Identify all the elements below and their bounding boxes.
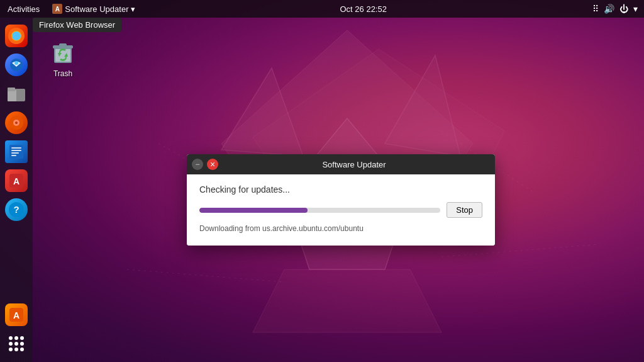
dialog-minimize-button[interactable]: − [192,159,203,170]
progress-bar-fill [199,208,308,213]
stop-button[interactable]: Stop [447,202,482,218]
dialog-controls: − × [192,159,218,170]
dialog-body: Checking for updates... Stop Downloading… [187,174,495,246]
dialog-subtext: Downloading from us.archive.ubuntu.com/u… [199,224,482,233]
firefox-tooltip: Firefox Web Browser [33,18,121,32]
software-updater-dialog: − × Software Updater Checking for update… [187,154,495,246]
dialog-overlay: − × Software Updater Checking for update… [0,0,644,362]
dialog-status-text: Checking for updates... [199,184,482,195]
desktop: Activities A Software Updater ▾ Oct 26 2… [0,0,644,362]
progress-row: Stop [199,202,482,218]
dialog-close-button[interactable]: × [207,159,218,170]
dialog-title: Software Updater [218,160,490,169]
dialog-titlebar: − × Software Updater [187,154,495,174]
progress-bar-container [199,208,440,213]
